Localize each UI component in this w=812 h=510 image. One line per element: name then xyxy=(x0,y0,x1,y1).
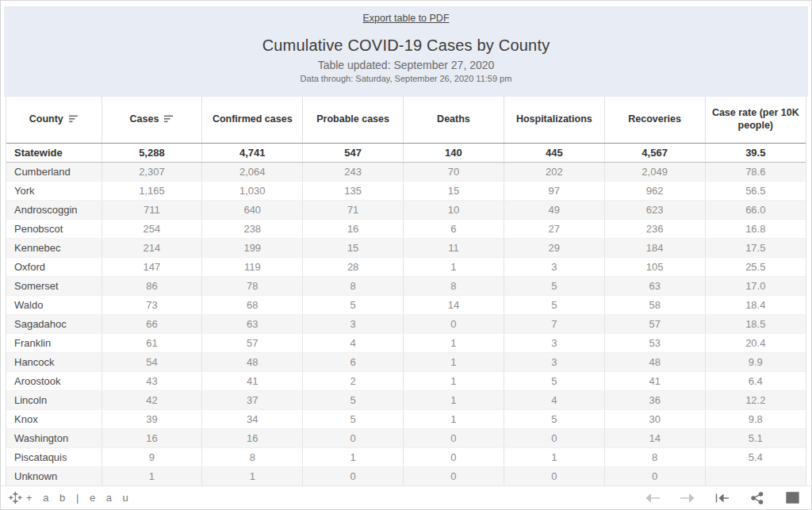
value-cell[interactable]: 30 xyxy=(604,409,705,428)
value-cell[interactable]: 63 xyxy=(604,276,705,295)
column-header-case-rate-per-10k-people[interactable]: Case rate (per 10K people) xyxy=(705,97,806,143)
county-cell[interactable]: Androscoggin xyxy=(6,200,102,219)
value-cell[interactable]: 254 xyxy=(102,219,202,238)
value-cell[interactable]: 5 xyxy=(504,409,604,428)
value-cell[interactable]: 37 xyxy=(202,390,303,409)
value-cell[interactable]: 135 xyxy=(303,181,404,200)
value-cell[interactable]: 8 xyxy=(404,276,504,295)
table-row[interactable]: Sagadahoc66633075718.5 xyxy=(6,314,806,333)
county-cell[interactable]: Aroostook xyxy=(6,371,102,390)
value-cell[interactable]: 623 xyxy=(604,200,705,219)
table-row[interactable]: Androscoggin71164071104962366.0 xyxy=(6,200,806,219)
value-cell[interactable]: 2,307 xyxy=(102,162,202,181)
value-cell[interactable]: 119 xyxy=(202,257,303,276)
value-cell[interactable]: 5,288 xyxy=(102,143,202,162)
column-header-county[interactable]: County xyxy=(6,97,102,143)
column-header-probable-cases[interactable]: Probable cases xyxy=(303,97,404,143)
county-cell[interactable]: Cumberland xyxy=(6,162,102,181)
value-cell[interactable]: 11 xyxy=(404,238,504,257)
value-cell[interactable]: 41 xyxy=(604,371,705,390)
value-cell[interactable]: 184 xyxy=(604,238,705,257)
value-cell[interactable]: 14 xyxy=(604,428,705,447)
value-cell[interactable]: 97 xyxy=(504,181,604,200)
value-cell[interactable]: 8 xyxy=(604,447,705,466)
value-cell[interactable]: 70 xyxy=(404,162,504,181)
county-cell[interactable]: Kennebec xyxy=(6,238,102,257)
value-cell[interactable]: 71 xyxy=(303,200,404,219)
value-cell[interactable]: 43 xyxy=(102,371,202,390)
value-cell[interactable]: 5 xyxy=(504,276,604,295)
value-cell[interactable]: 15 xyxy=(404,181,504,200)
value-cell[interactable]: 0 xyxy=(404,447,504,466)
value-cell[interactable]: 4,741 xyxy=(202,143,303,162)
value-cell[interactable]: 1 xyxy=(404,257,504,276)
value-cell[interactable]: 1,030 xyxy=(202,181,303,200)
value-cell[interactable]: 0 xyxy=(404,428,504,447)
value-cell[interactable]: 640 xyxy=(202,200,303,219)
value-cell[interactable]: 1 xyxy=(404,371,504,390)
value-cell[interactable]: 445 xyxy=(504,143,604,162)
value-cell[interactable]: 711 xyxy=(102,200,202,219)
value-cell[interactable]: 66 xyxy=(102,314,202,333)
county-cell[interactable]: Sagadahoc xyxy=(6,314,102,333)
county-cell[interactable]: Hancock xyxy=(6,352,102,371)
value-cell[interactable]: 1 xyxy=(102,466,202,485)
value-cell[interactable]: 2 xyxy=(303,371,404,390)
table-row[interactable]: Oxford147119281310525.5 xyxy=(6,257,806,276)
value-cell[interactable]: 5.1 xyxy=(705,428,806,447)
value-cell[interactable]: 12.2 xyxy=(705,390,806,409)
value-cell[interactable]: 66.0 xyxy=(705,200,806,219)
value-cell[interactable]: 15 xyxy=(303,238,404,257)
value-cell[interactable]: 6 xyxy=(404,219,504,238)
value-cell[interactable]: 10 xyxy=(404,200,504,219)
value-cell[interactable]: 214 xyxy=(102,238,202,257)
table-row[interactable]: Penobscot2542381662723616.8 xyxy=(6,219,806,238)
value-cell[interactable]: 0 xyxy=(504,466,604,485)
value-cell[interactable]: 78.6 xyxy=(705,162,806,181)
table-row[interactable]: Aroostook4341215416.4 xyxy=(6,371,806,390)
table-row[interactable]: Hancock5448613489.9 xyxy=(6,352,806,371)
value-cell[interactable]: 547 xyxy=(303,143,404,162)
table-row[interactable]: Cumberland2,3072,064243702022,04978.6 xyxy=(6,162,806,181)
value-cell[interactable]: 73 xyxy=(102,295,202,314)
value-cell[interactable]: 53 xyxy=(604,333,705,352)
value-cell[interactable]: 56.5 xyxy=(705,181,806,200)
table-row[interactable]: Franklin61574135320.4 xyxy=(6,333,806,352)
table-row[interactable]: Kennebec21419915112918417.5 xyxy=(6,238,806,257)
table-row[interactable]: Somerset86788856317.0 xyxy=(6,276,806,295)
value-cell[interactable]: 1 xyxy=(404,409,504,428)
value-cell[interactable]: 57 xyxy=(604,314,705,333)
value-cell[interactable]: 16 xyxy=(102,428,202,447)
value-cell[interactable]: 17.5 xyxy=(705,238,806,257)
table-row[interactable]: Statewide5,2884,7415471404454,56739.5 xyxy=(6,143,806,162)
value-cell[interactable]: 1 xyxy=(404,352,504,371)
value-cell[interactable]: 6.4 xyxy=(705,371,806,390)
county-cell[interactable]: Washington xyxy=(6,428,102,447)
value-cell[interactable]: 5 xyxy=(303,409,404,428)
value-cell[interactable]: 6 xyxy=(303,352,404,371)
value-cell[interactable]: 3 xyxy=(504,352,604,371)
redo-button[interactable] xyxy=(680,490,695,506)
county-cell[interactable]: Waldo xyxy=(6,295,102,314)
value-cell[interactable]: 16 xyxy=(303,219,404,238)
value-cell[interactable]: 3 xyxy=(303,314,404,333)
value-cell[interactable]: 86 xyxy=(102,276,202,295)
value-cell[interactable]: 8 xyxy=(202,447,303,466)
value-cell[interactable]: 0 xyxy=(303,466,404,485)
value-cell[interactable]: 9.8 xyxy=(705,409,806,428)
county-cell[interactable]: Oxford xyxy=(6,257,102,276)
value-cell[interactable]: 48 xyxy=(202,352,303,371)
value-cell[interactable]: 4 xyxy=(504,390,604,409)
value-cell[interactable]: 3 xyxy=(504,333,604,352)
value-cell[interactable]: 1 xyxy=(202,466,303,485)
export-pdf-link[interactable]: Export table to PDF xyxy=(362,13,449,24)
value-cell[interactable]: 5 xyxy=(303,295,404,314)
undo-button[interactable] xyxy=(645,490,661,506)
value-cell[interactable]: 7 xyxy=(504,314,604,333)
value-cell[interactable]: 58 xyxy=(604,295,705,314)
tableau-logo[interactable]: + a b | e a u xyxy=(9,491,132,504)
county-cell[interactable]: Unknown xyxy=(6,466,102,485)
table-row[interactable]: Lincoln42375143612.2 xyxy=(6,390,806,409)
value-cell[interactable]: 243 xyxy=(303,162,404,181)
table-row[interactable]: Knox3934515309.8 xyxy=(6,409,806,428)
